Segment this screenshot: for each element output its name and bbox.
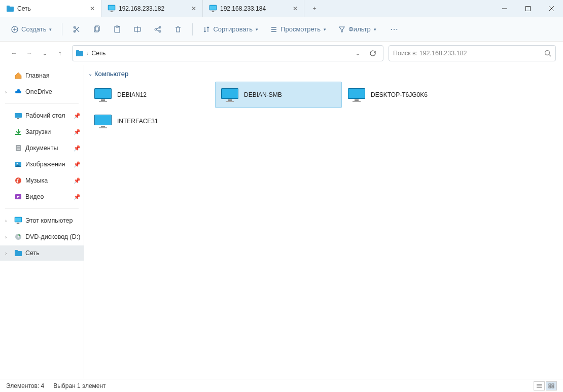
copy-icon: [93, 25, 101, 33]
item-label: DESKTOP-T6JG0K6: [371, 91, 428, 98]
sidebar-item-pictures[interactable]: Изображения 📌: [0, 157, 84, 172]
music-icon: [14, 176, 22, 185]
cut-button[interactable]: [67, 21, 86, 38]
forward-button[interactable]: →: [22, 46, 37, 60]
tab-ip-2[interactable]: 192.168.233.184 ✕: [203, 0, 304, 17]
address-bar[interactable]: › Сеть ⌄: [72, 45, 383, 61]
items-grid: DEBIAN12 DEBIAN-SMB DESKTOP-T6JG0K6 INTE…: [88, 82, 559, 134]
breadcrumb[interactable]: Сеть: [91, 50, 105, 57]
close-icon[interactable]: ✕: [189, 4, 198, 13]
view-toggle: [534, 381, 557, 390]
refresh-button[interactable]: [366, 46, 380, 60]
close-window-button[interactable]: [540, 0, 563, 17]
back-button[interactable]: ←: [7, 46, 21, 60]
close-icon[interactable]: ✕: [88, 4, 97, 13]
view-icon: [270, 26, 277, 33]
svg-rect-52: [552, 386, 554, 388]
share-icon: [154, 25, 162, 33]
svg-point-41: [15, 177, 21, 184]
computer-icon: [14, 217, 22, 225]
sidebar-item-documents[interactable]: Документы 📌: [0, 140, 84, 156]
sort-icon: [203, 26, 210, 33]
pin-icon[interactable]: 📌: [74, 113, 81, 119]
cloud-icon: [14, 88, 22, 96]
sidebar-item-home[interactable]: Главная: [0, 68, 84, 83]
chevron-down-icon: ▾: [324, 27, 326, 32]
item-label: DEBIAN-SMB: [244, 91, 282, 98]
expand-icon[interactable]: ›: [5, 234, 11, 240]
computer-item-desktop-t6jg0k6[interactable]: DESKTOP-T6JG0K6: [342, 82, 469, 108]
sidebar-item-music[interactable]: Музыка 📌: [0, 173, 84, 188]
item-label: INTERFACE31: [117, 118, 158, 125]
sidebar-item-network[interactable]: › Сеть: [0, 245, 84, 261]
sidebar-item-label: Видео: [25, 193, 44, 200]
pin-icon[interactable]: 📌: [74, 145, 81, 152]
computer-icon: [209, 5, 217, 13]
svg-rect-50: [552, 384, 554, 385]
sidebar-item-onedrive[interactable]: › OneDrive: [0, 84, 84, 99]
more-button[interactable]: ⋯: [385, 21, 404, 38]
computer-icon: [94, 114, 112, 128]
computer-item-debian-smb[interactable]: DEBIAN-SMB: [215, 82, 342, 108]
sidebar-item-videos[interactable]: Видео 📌: [0, 189, 84, 204]
recent-button[interactable]: ⌄: [38, 46, 52, 60]
sidebar-item-thispc[interactable]: › Этот компьютер: [0, 213, 84, 228]
paste-button[interactable]: [108, 21, 126, 38]
pin-icon[interactable]: 📌: [74, 194, 81, 200]
sidebar-item-label: Музыка: [25, 177, 48, 184]
sidebar-item-desktop[interactable]: Рабочий стол 📌: [0, 108, 84, 123]
pin-icon[interactable]: 📌: [74, 129, 81, 135]
delete-button[interactable]: [169, 21, 187, 38]
address-row: ← → ⌄ ↑ › Сеть ⌄: [0, 42, 563, 65]
expand-icon[interactable]: ›: [5, 218, 11, 224]
svg-point-45: [18, 236, 19, 238]
new-tab-button[interactable]: ＋: [304, 0, 325, 17]
separator: [5, 208, 79, 209]
filter-label: Фильтр: [348, 25, 371, 33]
close-icon[interactable]: ✕: [291, 4, 300, 13]
create-button[interactable]: Создать ▾: [6, 21, 57, 38]
pin-icon[interactable]: 📌: [74, 177, 81, 184]
search-bar[interactable]: [389, 45, 556, 61]
sidebar-item-dvd[interactable]: › DVD-дисковод (D:): [0, 229, 84, 244]
separator: [62, 23, 62, 35]
expand-icon[interactable]: ›: [5, 89, 11, 95]
rename-button[interactable]: [128, 21, 147, 38]
sidebar-item-label: Загрузки: [25, 128, 51, 135]
up-button[interactable]: ↑: [53, 46, 67, 60]
sidebar-item-label: Документы: [25, 145, 58, 152]
svg-line-32: [549, 55, 551, 57]
view-button[interactable]: Просмотреть ▾: [265, 21, 331, 38]
minimize-button[interactable]: [493, 0, 516, 17]
sidebar-item-downloads[interactable]: Загрузки 📌: [0, 124, 84, 139]
details-view-button[interactable]: [534, 381, 545, 390]
filter-button[interactable]: Фильтр ▾: [333, 21, 381, 38]
content-area[interactable]: ⌄ Компьютер DEBIAN12 DEBIAN-SMB DESKTOP-…: [84, 65, 563, 379]
svg-point-31: [545, 51, 550, 55]
copy-button[interactable]: [88, 21, 106, 38]
search-input[interactable]: [393, 50, 544, 57]
chevron-right-icon: ›: [87, 51, 88, 56]
sort-button[interactable]: Сортировать ▾: [198, 21, 263, 38]
disc-icon: [14, 233, 22, 241]
sidebar-item-label: Сеть: [25, 250, 40, 257]
group-header-computer[interactable]: ⌄ Компьютер: [88, 70, 559, 78]
tab-network[interactable]: Сеть ✕: [0, 0, 101, 17]
sidebar-item-label: Главная: [25, 72, 50, 79]
expand-icon[interactable]: ›: [5, 251, 11, 256]
address-dropdown[interactable]: ⌄: [350, 46, 365, 60]
pin-icon[interactable]: 📌: [74, 161, 81, 168]
tiles-view-button[interactable]: [546, 381, 557, 390]
maximize-button[interactable]: [516, 0, 540, 17]
documents-icon: [14, 144, 22, 152]
computer-item-interface31[interactable]: INTERFACE31: [88, 108, 215, 134]
computer-item-debian12[interactable]: DEBIAN12: [88, 82, 215, 108]
tab-ip-1[interactable]: 192.168.233.182 ✕: [101, 0, 203, 17]
svg-rect-34: [17, 118, 19, 119]
share-button[interactable]: [149, 21, 167, 38]
sidebar-item-label: Изображения: [25, 161, 65, 168]
computer-icon: [221, 88, 239, 102]
titlebar: Сеть ✕ 192.168.233.182 ✕ 192.168.233.184…: [0, 0, 563, 17]
trash-icon: [174, 25, 182, 33]
search-icon[interactable]: [544, 50, 551, 57]
